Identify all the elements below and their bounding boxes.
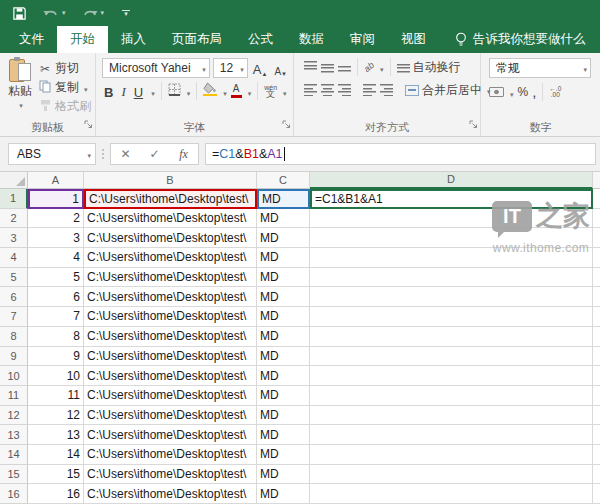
accounting-format-icon[interactable]: [489, 87, 504, 97]
font-name-combo[interactable]: Microsoft Yahei: [102, 58, 210, 78]
align-left-button[interactable]: [304, 84, 317, 96]
cell-partial[interactable]: [593, 386, 600, 406]
cell-B6[interactable]: C:\Users\ithome\Desktop\test\: [84, 287, 257, 307]
percent-style-button[interactable]: %: [518, 85, 529, 99]
align-center-button[interactable]: [321, 84, 334, 96]
formula-bar-handle[interactable]: [102, 149, 104, 159]
cell-D11[interactable]: [310, 386, 593, 406]
cell-partial[interactable]: [593, 209, 600, 229]
cell-B11[interactable]: C:\Users\ithome\Desktop\test\: [84, 386, 257, 406]
cell-C2[interactable]: MD: [257, 209, 310, 229]
column-header-D[interactable]: D: [310, 172, 593, 189]
cell-C1[interactable]: MD: [257, 189, 310, 209]
format-painter-button[interactable]: 格式刷: [38, 98, 91, 115]
cell-D7[interactable]: [310, 307, 593, 327]
cell-D8[interactable]: [310, 327, 593, 347]
underline-button[interactable]: U: [132, 82, 145, 100]
font-size-combo[interactable]: 12: [213, 58, 248, 78]
column-header-A[interactable]: A: [28, 172, 84, 189]
row-header-6[interactable]: 6: [0, 287, 28, 307]
cell-C15[interactable]: MD: [257, 465, 310, 485]
row-header-5[interactable]: 5: [0, 268, 28, 288]
undo-button[interactable]: ▾: [43, 7, 66, 20]
tab-file[interactable]: 文件: [6, 26, 57, 53]
cell-A16[interactable]: 16: [28, 484, 84, 504]
italic-button[interactable]: I: [119, 82, 127, 100]
cell-partial[interactable]: [593, 445, 600, 465]
align-middle-button[interactable]: [321, 61, 334, 73]
paste-button[interactable]: 粘贴: [6, 58, 34, 120]
cell-partial[interactable]: [593, 189, 600, 209]
cell-B3[interactable]: C:\Users\ithome\Desktop\test\: [84, 228, 257, 248]
cell-partial[interactable]: [593, 228, 600, 248]
cell-A6[interactable]: 6: [28, 287, 84, 307]
tab-page-layout[interactable]: 页面布局: [159, 26, 235, 53]
name-box[interactable]: ABS: [8, 143, 96, 165]
row-header-8[interactable]: 8: [0, 327, 28, 347]
font-dialog-launcher[interactable]: [282, 115, 291, 133]
row-header-16[interactable]: 16: [0, 484, 28, 504]
row-header-3[interactable]: 3: [0, 228, 28, 248]
cell-A3[interactable]: 3: [28, 228, 84, 248]
increase-decimal-button[interactable]: ←.0.00: [549, 86, 561, 98]
column-header-partial[interactable]: [593, 172, 600, 189]
cell-B5[interactable]: C:\Users\ithome\Desktop\test\: [84, 268, 257, 288]
decrease-font-button[interactable]: A▼: [272, 59, 289, 77]
cell-C8[interactable]: MD: [257, 327, 310, 347]
cell-partial[interactable]: [593, 307, 600, 327]
cell-A12[interactable]: 12: [28, 406, 84, 426]
cut-button[interactable]: ✂剪切: [38, 60, 91, 77]
tab-review[interactable]: 审阅: [337, 26, 388, 53]
undo-dropdown[interactable]: ▾: [62, 9, 66, 17]
cell-A11[interactable]: 11: [28, 386, 84, 406]
cell-D10[interactable]: [310, 366, 593, 386]
tell-me-box[interactable]: 告诉我你想要做什么: [455, 26, 586, 53]
row-header-1[interactable]: 1: [0, 189, 28, 209]
decrease-indent-button[interactable]: [363, 84, 376, 96]
cell-B1[interactable]: C:\Users\ithome\Desktop\test\: [84, 189, 257, 209]
copy-button[interactable]: 复制: [38, 79, 91, 96]
tab-data[interactable]: 数据: [286, 26, 337, 53]
cell-partial[interactable]: [593, 425, 600, 445]
tab-view[interactable]: 视图: [388, 26, 439, 53]
row-header-15[interactable]: 15: [0, 465, 28, 485]
font-color-button[interactable]: A: [231, 84, 242, 98]
phonetic-guide-button[interactable]: wén文: [264, 85, 277, 97]
cell-C14[interactable]: MD: [257, 445, 310, 465]
row-header-14[interactable]: 14: [0, 445, 28, 465]
font-color-dropdown[interactable]: [246, 82, 252, 100]
cell-B8[interactable]: C:\Users\ithome\Desktop\test\: [84, 327, 257, 347]
tab-formulas[interactable]: 公式: [235, 26, 286, 53]
cell-B15[interactable]: C:\Users\ithome\Desktop\test\: [84, 465, 257, 485]
cell-partial[interactable]: [593, 366, 600, 386]
customize-qat-button[interactable]: ▾: [120, 10, 132, 16]
align-top-button[interactable]: [304, 61, 317, 73]
cell-D5[interactable]: [310, 268, 593, 288]
row-header-7[interactable]: 7: [0, 307, 28, 327]
cell-A13[interactable]: 13: [28, 425, 84, 445]
cell-C4[interactable]: MD: [257, 248, 310, 268]
alignment-dialog-launcher[interactable]: [469, 115, 478, 133]
cell-C12[interactable]: MD: [257, 406, 310, 426]
orientation-dropdown[interactable]: [378, 58, 384, 76]
number-format-combo[interactable]: 常规: [489, 58, 591, 78]
accounting-dropdown[interactable]: [508, 83, 514, 101]
cell-C11[interactable]: MD: [257, 386, 310, 406]
redo-button[interactable]: ▾: [82, 7, 105, 20]
paste-dropdown[interactable]: [17, 98, 23, 112]
fill-color-button[interactable]: [203, 82, 217, 100]
wrap-text-button[interactable]: 自动换行: [397, 59, 461, 76]
cell-D12[interactable]: [310, 406, 593, 426]
cell-partial[interactable]: [593, 347, 600, 367]
column-header-C[interactable]: C: [257, 172, 310, 189]
cell-A10[interactable]: 10: [28, 366, 84, 386]
cell-D9[interactable]: [310, 347, 593, 367]
cell-partial[interactable]: [593, 248, 600, 268]
row-header-2[interactable]: 2: [0, 209, 28, 229]
cell-D3[interactable]: [310, 228, 593, 248]
cell-A9[interactable]: 9: [28, 347, 84, 367]
row-header-11[interactable]: 11: [0, 386, 28, 406]
cell-A4[interactable]: 4: [28, 248, 84, 268]
row-header-10[interactable]: 10: [0, 366, 28, 386]
cell-B16[interactable]: C:\Users\ithome\Desktop\test\: [84, 484, 257, 504]
